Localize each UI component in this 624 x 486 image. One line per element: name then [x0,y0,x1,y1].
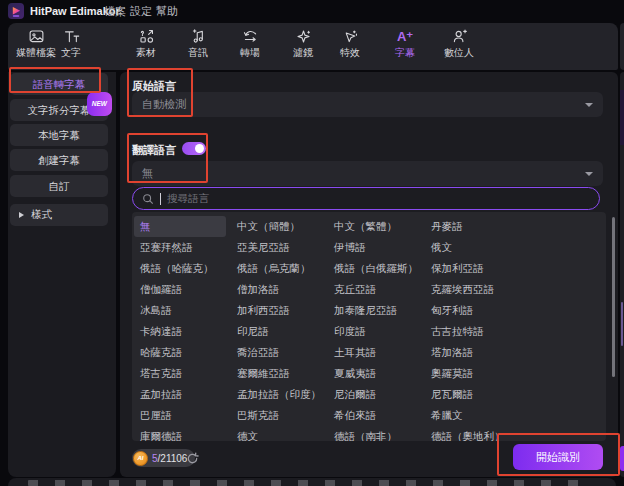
search-icon [142,193,154,205]
language-option[interactable]: 加利西亞語 [231,300,328,321]
source-language-value: 自動檢測 [142,97,585,112]
toolbar-elements[interactable]: 素材 [123,27,169,67]
language-option[interactable]: 冰島語 [134,300,231,321]
language-option[interactable]: 尼瓦爾語 [425,384,606,405]
language-option[interactable]: 塔加洛語 [425,342,606,363]
language-option[interactable]: 俄文 [425,237,606,258]
language-option[interactable]: 希臘文 [425,405,606,426]
language-option[interactable]: 德語（奧地利） [425,426,606,441]
language-option[interactable]: 僧加洛語 [231,279,328,300]
language-option[interactable]: 伊博語 [328,237,425,258]
start-recognition-button[interactable]: 開始識別 [513,444,603,470]
menu-settings[interactable]: 設定 [130,0,152,22]
language-option[interactable]: 巴斯克語 [231,405,328,426]
language-option[interactable]: 中文（繁體） [328,216,425,237]
search-placeholder: 搜尋語言 [167,192,209,206]
menu-file[interactable]: 檔案 [104,0,126,22]
refresh-credits-icon[interactable] [186,451,199,469]
language-option[interactable]: 德語（南非） [328,426,425,441]
language-option[interactable]: 塞爾維亞語 [231,363,328,384]
timeline-toolbar-icons [28,480,588,486]
language-option[interactable]: 古吉拉特語 [425,321,606,342]
main-toolbar: 媒體檔案 文字 素材 [8,23,618,70]
language-option[interactable]: 克丘亞語 [328,279,425,300]
source-language-dropdown[interactable]: 自動檢測 [132,92,603,117]
preview-panel-button-edge [620,446,624,471]
new-badge: NEW [87,92,112,116]
translate-toggle[interactable] [182,142,206,155]
language-option[interactable]: 奧羅莫語 [425,363,606,384]
toolbar-effects[interactable]: 特效 [327,27,373,67]
language-list: 無中文（簡體）中文（繁體）丹麥語亞塞拜然語亞美尼亞語伊博語俄文俄語（哈薩克）俄語… [132,212,606,441]
sidebar-item-custom[interactable]: 自訂 [10,175,108,197]
credits-total: /21106 [158,453,188,464]
toolbar-text[interactable]: 文字 [48,27,94,67]
language-option[interactable]: 俄語（哈薩克） [134,258,231,279]
sidebar-item-create-subtitle[interactable]: 創建字幕 [10,149,108,171]
toggle-knob [195,144,204,153]
language-option[interactable]: 夏威夷語 [328,363,425,384]
language-option[interactable]: 塔吉克語 [134,363,231,384]
language-option[interactable]: 哈薩克語 [134,342,231,363]
language-option[interactable]: 印度語 [328,321,425,342]
audio-icon [175,27,221,46]
language-option[interactable]: 孟加拉語 [134,384,231,405]
language-option[interactable]: 丹麥語 [425,216,606,237]
subtitle-sidebar: 語音轉字幕 文字拆分字幕 NEW 本地字幕 創建字幕 自訂 樣式 [8,72,116,477]
language-option[interactable]: 亞塞拜然語 [134,237,231,258]
subtitle-icon: A⁺ [382,27,428,46]
language-option[interactable]: 無 [134,216,226,237]
title-bar: HitPaw Edimakor 檔案 設定 幫助 [0,0,624,22]
app-logo-icon [8,3,24,19]
elements-icon [123,27,169,46]
ai-coin-icon: AI [133,451,148,466]
language-option[interactable]: 僧伽羅語 [134,279,231,300]
avatar-icon [436,27,482,46]
sidebar-item-style[interactable]: 樣式 [10,204,108,226]
sidebar-item-local-subtitle[interactable]: 本地字幕 [10,124,108,146]
speech-to-subtitle-panel: 原始語言 自動檢測 翻譯語言 無 搜尋語言 無中文（簡體）中文（繁體）丹麥語亞塞… [120,72,618,477]
language-option[interactable]: 卡納達語 [134,321,231,342]
language-option[interactable]: 匈牙利語 [425,300,606,321]
text-icon [48,27,94,46]
toolbar-subtitles[interactable]: A⁺ 字幕 [382,27,428,67]
language-option[interactable]: 尼泊爾語 [328,384,425,405]
language-option[interactable]: 德文 [231,426,328,441]
language-option[interactable]: 庫爾德語 [134,426,231,441]
language-option[interactable]: 孟加拉語（印度） [231,384,328,405]
preview-panel-scrollbar[interactable] [621,302,623,346]
language-option[interactable]: 加泰隆尼亞語 [328,300,425,321]
language-option[interactable]: 亞美尼亞語 [231,237,328,258]
effects-icon [327,27,373,46]
transition-icon [227,27,273,46]
toolbar-transition[interactable]: 轉場 [227,27,273,67]
language-option[interactable]: 喬治亞語 [231,342,328,363]
toolbar-audio[interactable]: 音訊 [175,27,221,67]
chevron-down-icon [585,103,593,107]
language-option[interactable]: 希伯來語 [328,405,425,426]
preview-panel-edge-shade [620,90,624,145]
search-language-input[interactable]: 搜尋語言 [132,187,600,210]
language-list-scrollbar[interactable] [612,217,615,377]
toolbar-filter[interactable]: 濾鏡 [280,27,326,67]
language-option[interactable]: 保加利亞語 [425,258,606,279]
language-option[interactable]: 土耳其語 [328,342,425,363]
chevron-down-icon [585,172,593,176]
toolbar-avatar[interactable]: 數位人 [436,27,482,67]
chevron-right-icon [19,212,24,218]
preview-panel-edge-top [620,23,624,70]
text-cursor [160,193,161,205]
language-option[interactable]: 克羅埃西亞語 [425,279,606,300]
translate-language-dropdown[interactable]: 無 [132,161,603,186]
translate-language-value: 無 [142,166,585,181]
menu-help[interactable]: 幫助 [156,0,178,22]
language-option[interactable]: 俄語（白俄羅斯） [328,258,425,279]
language-option[interactable]: 巴厘語 [134,405,231,426]
filter-icon [280,27,326,46]
sidebar-item-text-split-subtitle[interactable]: 文字拆分字幕 NEW [10,99,108,121]
language-option[interactable]: 俄語（烏克蘭） [231,258,328,279]
language-option[interactable]: 中文（簡體） [231,216,328,237]
language-option[interactable]: 印尼語 [231,321,328,342]
translate-language-label: 翻譯語言 [132,143,176,158]
